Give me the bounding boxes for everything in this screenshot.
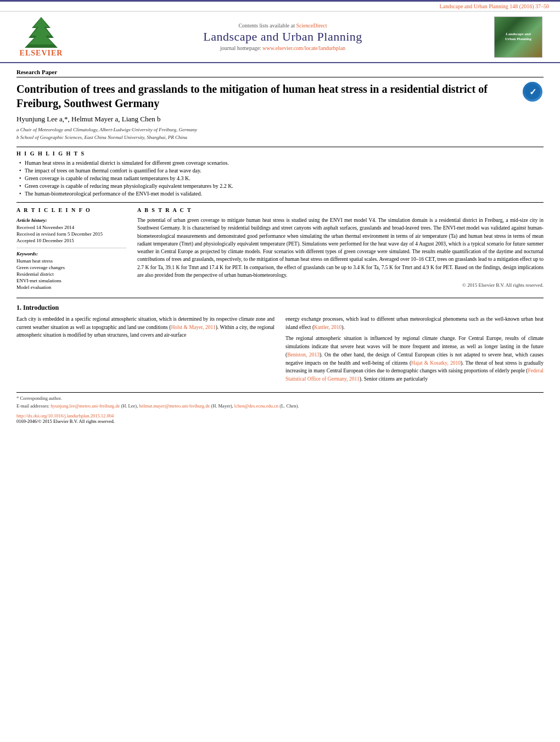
history-label: Article history: <box>16 217 126 223</box>
intro-col2-p1: energy exchange processes, which lead to… <box>285 315 544 331</box>
header-left: ELSEVIER <box>11 16 71 58</box>
keyword-4: ENVI-met simulations <box>16 278 126 283</box>
intro-col1-p1: Each city is embedded in a specific regi… <box>16 315 275 339</box>
body-col-left: Each city is embedded in a specific regi… <box>16 315 275 387</box>
affiliations: a Chair of Meteorology and Climatology, … <box>16 126 544 141</box>
email-note: E-mail addresses: hyunjung.lee@meteo.uni… <box>16 403 544 410</box>
keyword-1: Human heat stress <box>16 258 126 264</box>
highlight-item-1: Human heat stress in a residential distr… <box>25 160 544 166</box>
abstract-text: The potential of urban green coverage to… <box>137 216 544 279</box>
federal-ref[interactable]: Federal Statistical Office of Germany, 2… <box>285 368 544 382</box>
email3-link[interactable]: lchen@des.ecnu.edu.cn <box>234 403 278 409</box>
affiliation-a: a Chair of Meteorology and Climatology, … <box>16 126 544 134</box>
doi-link[interactable]: http://dx.doi.org/10.1016/j.landurbplan.… <box>16 413 114 419</box>
svg-text:✓: ✓ <box>529 87 536 97</box>
email1-link[interactable]: hyunjung.lee@meteo.uni-freiburg.de <box>51 403 120 409</box>
elsevier-brand: ELSEVIER <box>20 49 63 58</box>
introduction-heading: 1. Introduction <box>16 304 544 312</box>
article-type: Research Paper <box>16 69 544 77</box>
email2-link[interactable]: helmut.mayer@meteo.uni-freiburg.de <box>139 403 210 409</box>
journal-ref-text: Landscape and Urban Planning 148 (2016) … <box>440 3 549 9</box>
highlights-section: H I G H L I G H T S Human heat stress in… <box>16 147 544 197</box>
title-section: Contribution of trees and grasslands to … <box>16 82 544 110</box>
abstract-copyright: © 2015 Elsevier B.V. All rights reserved… <box>137 282 544 288</box>
article-info-title: A R T I C L E I N F O <box>16 207 126 213</box>
contents-line: Contents lists available at ScienceDirec… <box>71 23 494 29</box>
issn-text: 0169-2046/© 2015 Elsevier B.V. All right… <box>16 419 115 424</box>
authors-line: Hyunjung Lee a,*, Helmut Mayer a, Liang … <box>16 115 544 124</box>
introduction-section: 1. Introduction Each city is embedded in… <box>16 298 544 387</box>
sciencedirect-link[interactable]: ScienceDirect <box>296 23 327 29</box>
keywords-label: Keywords: <box>16 248 126 256</box>
doi-section: http://dx.doi.org/10.1016/j.landurbplan.… <box>16 413 544 424</box>
holst-mayer-ref[interactable]: Holst & Mayer, 2011 <box>171 325 215 330</box>
intro-col2-p2: The regional atmospheric situation is in… <box>285 334 544 383</box>
header-right: Landscape and Urban Planning <box>494 16 549 58</box>
header-center: Contents lists available at ScienceDirec… <box>71 23 494 51</box>
beniston-ref[interactable]: Beniston, 2013 <box>287 352 320 358</box>
body-columns: Each city is embedded in a specific regi… <box>16 315 544 387</box>
journal-title: Landscape and Urban Planning <box>71 30 494 44</box>
crossmark-circle: ✓ <box>523 82 542 102</box>
highlights-title: H I G H L I G H T S <box>16 147 544 157</box>
article-info: A R T I C L E I N F O Article history: R… <box>16 207 126 291</box>
accepted-date: Accepted 10 December 2015 <box>16 238 126 243</box>
journal-url[interactable]: www.elsevier.com/locate/landurbplan <box>262 45 345 51</box>
crossmark-icon: ✓ <box>524 83 541 100</box>
journal-cover: Landscape and Urban Planning <box>494 16 542 58</box>
abstract-section: A B S T R A C T The potential of urban g… <box>137 207 544 291</box>
highlight-item-4: Green coverage is capable of reducing me… <box>25 183 544 189</box>
journal-ref-line: Landscape and Urban Planning 148 (2016) … <box>0 2 560 12</box>
footnotes: * Corresponding author. E-mail addresses… <box>16 392 544 410</box>
keyword-5: Model evaluation <box>16 284 126 290</box>
kuttler-ref[interactable]: Kuttler, 2010 <box>314 325 341 330</box>
crossmark: ✓ <box>523 82 544 103</box>
article-title: Contribution of trees and grasslands to … <box>16 82 517 110</box>
affiliation-b: b School of Geographic Sciences, East Ch… <box>16 134 544 142</box>
header: ELSEVIER Contents lists available at Sci… <box>0 12 560 63</box>
received-date: Received 14 November 2014 <box>16 225 126 230</box>
journal-homepage: journal homepage: www.elsevier.com/locat… <box>71 45 494 51</box>
abstract-title: A B S T R A C T <box>137 207 544 213</box>
hajat-ref[interactable]: Hajat & Kosatky, 2010 <box>411 360 461 366</box>
keyword-3: Residential district <box>16 271 126 277</box>
corresponding-note: * Corresponding author. <box>16 395 544 402</box>
cover-title-text: Landscape and Urban Planning <box>505 32 531 42</box>
highlight-item-5: The human-biometeorological performance … <box>25 191 544 197</box>
keyword-2: Green coverage changes <box>16 265 126 270</box>
elsevier-tree-icon <box>22 16 60 49</box>
highlight-item-2: The impact of trees on human thermal com… <box>25 168 544 174</box>
revised-date: Received in revised form 5 December 2015 <box>16 231 126 237</box>
body-col-right: energy exchange processes, which lead to… <box>285 315 544 387</box>
highlight-item-3: Green coverage is capable of reducing me… <box>25 175 544 181</box>
article-info-abstract: A R T I C L E I N F O Article history: R… <box>16 202 544 291</box>
